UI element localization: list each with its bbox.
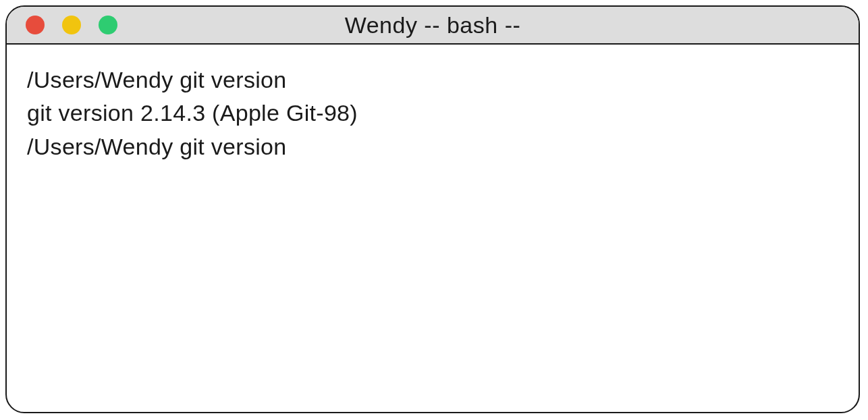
traffic-lights (26, 16, 117, 34)
close-button[interactable] (26, 16, 45, 34)
title-bar: Wendy -- bash -- (7, 7, 859, 45)
terminal-line: /Users/Wendy git version (27, 63, 838, 97)
terminal-window: Wendy -- bash -- /Users/Wendy git versio… (5, 5, 860, 413)
window-title: Wendy -- bash -- (7, 12, 859, 38)
minimize-button[interactable] (62, 16, 81, 34)
maximize-button[interactable] (99, 16, 117, 34)
terminal-line: /Users/Wendy git version (27, 130, 838, 163)
terminal-body[interactable]: /Users/Wendy git version git version 2.1… (7, 45, 859, 182)
terminal-line: git version 2.14.3 (Apple Git-98) (27, 97, 838, 130)
